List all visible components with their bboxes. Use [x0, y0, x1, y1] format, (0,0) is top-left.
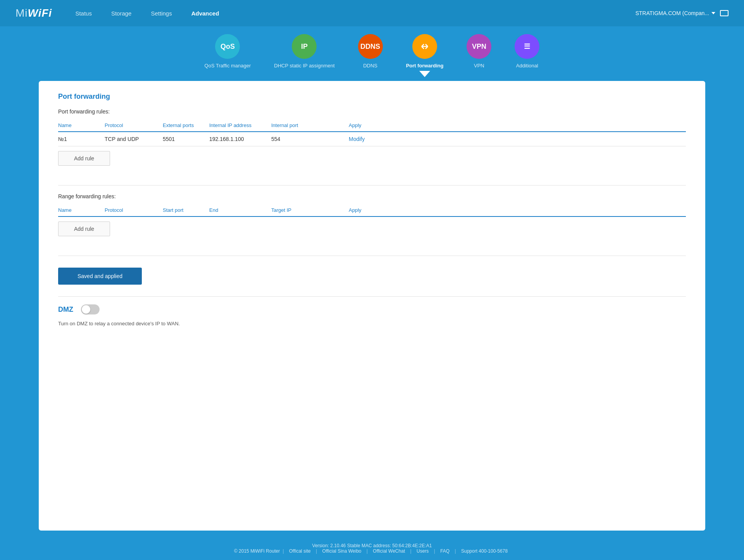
vpn-icon-label: VPN	[472, 43, 486, 51]
toggle-knob	[82, 305, 90, 314]
port-forwarding-table: Name Protocol External ports Internal IP…	[58, 119, 686, 146]
range-forwarding-table: Name Protocol Start port End Target IP A…	[58, 204, 686, 217]
footer-copyright: © 2015 MiWiFi Router	[234, 548, 280, 554]
footer-link-3[interactable]: Users	[417, 548, 429, 554]
dmz-title: DMZ	[58, 306, 73, 314]
account-selector[interactable]: STRATIGMA.COM (Compan...	[636, 10, 715, 16]
th-name: Name	[58, 119, 105, 132]
nav-additional[interactable]: ☰ Additional	[515, 34, 539, 77]
vpn-icon: VPN	[467, 34, 491, 59]
additional-icon-label: ☰	[524, 42, 530, 51]
footer-link-5[interactable]: Support 400-100-5678	[461, 548, 508, 554]
dmz-header: DMZ	[58, 304, 686, 314]
section-divider-2	[58, 256, 686, 256]
nav-vpn[interactable]: VPN VPN	[467, 34, 491, 77]
qos-label: QoS Traffic manager	[205, 63, 251, 69]
ddns-icon-label: DDNS	[360, 43, 380, 51]
rth-name: Name	[58, 204, 105, 216]
portfwd-icon	[412, 34, 437, 59]
dmz-section: DMZ Turn on DMZ to relay a connected dev…	[58, 296, 686, 326]
mail-icon[interactable]	[720, 10, 728, 16]
vpn-label: VPN	[474, 63, 484, 69]
ddns-icon: DDNS	[358, 34, 383, 59]
nav-settings[interactable]: Settings	[151, 7, 172, 20]
footer-links: © 2015 MiWiFi Router | Offical site | Of…	[0, 548, 744, 554]
icon-nav: QoS QoS Traffic manager IP DHCP static I…	[0, 26, 744, 81]
logo: MiWiFi	[16, 7, 52, 19]
range-forwarding-rules-label: Range forwarding rules:	[58, 193, 686, 199]
additional-label: Additional	[516, 63, 538, 69]
footer-link-4[interactable]: FAQ	[440, 548, 450, 554]
ip-icon-label: IP	[301, 43, 308, 51]
footer-link-0[interactable]: Offical site	[289, 548, 311, 554]
main-content: Port forwarding Port forwarding rules: N…	[39, 81, 705, 531]
page-title: Port forwarding	[58, 93, 686, 101]
additional-icon: ☰	[515, 34, 539, 59]
active-arrow	[419, 71, 430, 77]
portfwd-icon-svg	[418, 40, 431, 53]
rth-target-ip: Target IP	[271, 204, 349, 216]
rth-apply: Apply	[349, 204, 686, 216]
table-row: №1 TCP and UDP 5501 192.168.1.100 554 Mo…	[58, 132, 686, 146]
th-internal-ip: Internal IP address	[209, 119, 271, 132]
ip-label: DHCP static IP assignment	[274, 63, 334, 69]
portfwd-label: Port forwarding	[406, 63, 444, 69]
footer-link-1[interactable]: Official Sina Weibo	[322, 548, 362, 554]
nav-storage[interactable]: Storage	[111, 7, 132, 20]
rth-protocol: Protocol	[105, 204, 163, 216]
main-nav: Status Storage Settings Advanced	[75, 7, 635, 20]
header: MiWiFi Status Storage Settings Advanced …	[0, 0, 744, 26]
row-external-ports: 5501	[163, 132, 209, 146]
row-apply[interactable]: Modify	[349, 132, 686, 146]
section-divider	[58, 185, 686, 186]
row-protocol: TCP and UDP	[105, 132, 163, 146]
separator: |	[282, 548, 285, 554]
footer-version: Version: 2.10.46 Stable MAC address: 50:…	[0, 543, 744, 548]
rth-end: End	[209, 204, 271, 216]
header-right: STRATIGMA.COM (Compan...	[636, 10, 728, 16]
nav-status[interactable]: Status	[75, 7, 92, 20]
dmz-toggle[interactable]	[81, 304, 100, 314]
qos-icon: QoS	[215, 34, 240, 59]
th-protocol: Protocol	[105, 119, 163, 132]
account-name: STRATIGMA.COM (Compan...	[636, 10, 709, 16]
qos-icon-label: QoS	[220, 43, 235, 51]
ddns-label: DDNS	[363, 63, 377, 69]
row-internal-ip: 192.168.1.100	[209, 132, 271, 146]
nav-advanced[interactable]: Advanced	[191, 7, 219, 20]
save-and-apply-button[interactable]: Saved and applied	[58, 268, 142, 285]
th-external-ports: External ports	[163, 119, 209, 132]
port-forwarding-rules-label: Port forwarding rules:	[58, 108, 686, 115]
nav-ip[interactable]: IP DHCP static IP assignment	[274, 34, 334, 77]
th-internal-port: Internal port	[271, 119, 349, 132]
row-name: №1	[58, 132, 105, 146]
row-internal-port: 554	[271, 132, 349, 146]
nav-ddns[interactable]: DDNS DDNS	[358, 34, 383, 77]
footer-link-2[interactable]: Official WeChat	[373, 548, 405, 554]
nav-portfwd[interactable]: Port forwarding	[406, 34, 444, 77]
nav-qos[interactable]: QoS QoS Traffic manager	[205, 34, 251, 77]
modify-link[interactable]: Modify	[349, 136, 365, 142]
add-range-forwarding-rule-button[interactable]: Add rule	[58, 222, 110, 236]
dmz-description: Turn on DMZ to relay a connected device'…	[58, 321, 686, 326]
footer: Version: 2.10.46 Stable MAC address: 50:…	[0, 538, 744, 560]
ip-icon: IP	[292, 34, 317, 59]
th-apply: Apply	[349, 119, 686, 132]
rth-start-port: Start port	[163, 204, 209, 216]
chevron-down-icon	[711, 12, 715, 14]
add-port-forwarding-rule-button[interactable]: Add rule	[58, 151, 110, 166]
